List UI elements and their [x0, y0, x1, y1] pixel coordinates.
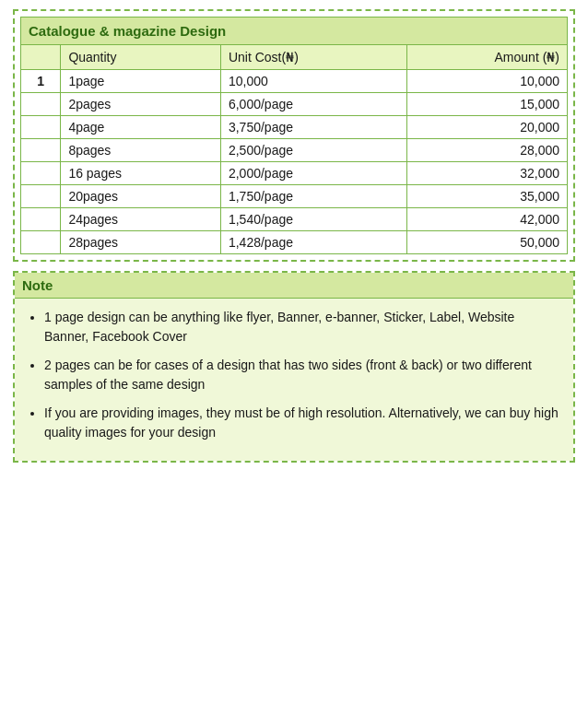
list-item: 2 pages can be for cases of a design tha…	[44, 356, 560, 394]
col-unitcost-header: Unit Cost(₦)	[220, 45, 406, 70]
quantity-cell-6: 24pages	[61, 208, 221, 231]
quantity-cell-7: 28pages	[61, 231, 221, 254]
col-quantity-header: Quantity	[61, 45, 221, 70]
unitcost-cell-2: 3,750/page	[220, 116, 406, 139]
row-number: 1	[21, 70, 61, 93]
quantity-cell-1: 2pages	[61, 93, 221, 116]
amount-cell-7: 50,000	[407, 231, 568, 254]
col-num-header	[21, 45, 61, 70]
amount-cell-3: 28,000	[407, 139, 568, 162]
empty-num-5	[21, 185, 61, 208]
amount-cell-5: 35,000	[407, 185, 568, 208]
table-row: 20pages 1,750/page 35,000	[21, 185, 568, 208]
empty-num-6	[21, 208, 61, 231]
amount-cell-6: 42,000	[407, 208, 568, 231]
pricing-table: Catalogue & magazine Design Quantity Uni…	[20, 17, 568, 254]
table-row: 24pages 1,540/page 42,000	[21, 208, 568, 231]
list-item: If you are providing images, they must b…	[44, 404, 560, 442]
table-row: 2pages 6,000/page 15,000	[21, 93, 568, 116]
empty-num-7	[21, 231, 61, 254]
quantity-cell-0: 1page	[61, 70, 221, 93]
table-row: 8pages 2,500/page 28,000	[21, 139, 568, 162]
amount-cell-2: 20,000	[407, 116, 568, 139]
table-row: 1 1page 10,000 10,000	[21, 70, 568, 93]
table-row: 16 pages 2,000/page 32,000	[21, 162, 568, 185]
quantity-cell-5: 20pages	[61, 185, 221, 208]
unitcost-cell-0: 10,000	[220, 70, 406, 93]
note-title: Note	[15, 273, 573, 299]
note-section: Note 1 page design can be anything like …	[13, 271, 575, 463]
amount-cell-1: 15,000	[407, 93, 568, 116]
empty-num-4	[21, 162, 61, 185]
note-body: 1 page design can be anything like flyer…	[15, 299, 573, 461]
table-title-row: Catalogue & magazine Design	[21, 18, 568, 45]
table-row: 28pages 1,428/page 50,000	[21, 231, 568, 254]
note-list: 1 page design can be anything like flyer…	[28, 308, 560, 442]
main-wrapper: Catalogue & magazine Design Quantity Uni…	[13, 9, 575, 463]
amount-cell-4: 32,000	[407, 162, 568, 185]
table-section: Catalogue & magazine Design Quantity Uni…	[13, 9, 575, 262]
table-title: Catalogue & magazine Design	[21, 18, 568, 45]
col-amount-header: Amount (₦)	[407, 45, 568, 70]
quantity-cell-2: 4page	[61, 116, 221, 139]
empty-num-3	[21, 139, 61, 162]
quantity-cell-4: 16 pages	[61, 162, 221, 185]
unitcost-cell-3: 2,500/page	[220, 139, 406, 162]
quantity-cell-3: 8pages	[61, 139, 221, 162]
list-item: 1 page design can be anything like flyer…	[44, 308, 560, 346]
unitcost-cell-1: 6,000/page	[220, 93, 406, 116]
amount-cell-0: 10,000	[407, 70, 568, 93]
unitcost-cell-7: 1,428/page	[220, 231, 406, 254]
empty-num-1	[21, 93, 61, 116]
empty-num-2	[21, 116, 61, 139]
table-header-row: Quantity Unit Cost(₦) Amount (₦)	[21, 45, 568, 70]
unitcost-cell-4: 2,000/page	[220, 162, 406, 185]
unitcost-cell-5: 1,750/page	[220, 185, 406, 208]
unitcost-cell-6: 1,540/page	[220, 208, 406, 231]
table-row: 4page 3,750/page 20,000	[21, 116, 568, 139]
